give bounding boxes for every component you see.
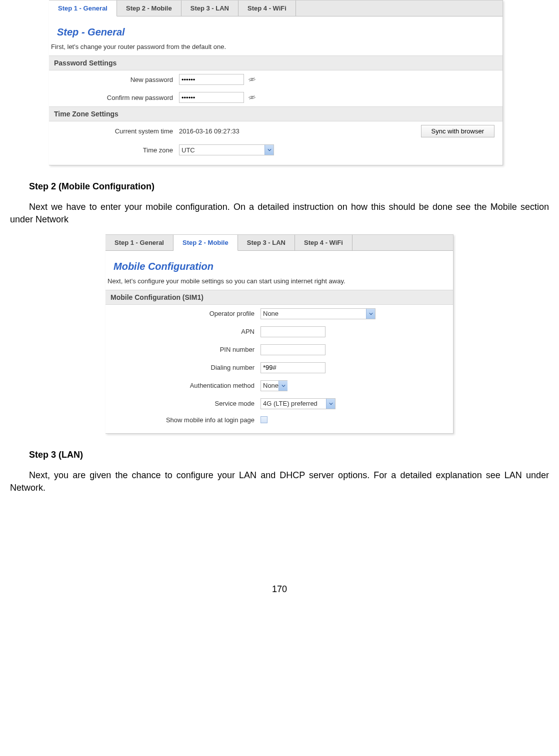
mobile-config-header: Mobile Configuration (SIM1) — [106, 290, 453, 305]
password-settings-header: Password Settings — [49, 55, 502, 70]
operator-profile-label: Operator profile — [110, 310, 260, 317]
show-mobile-info-label: Show mobile info at login page — [110, 416, 260, 424]
apn-input[interactable] — [260, 326, 326, 337]
chevron-down-icon — [264, 145, 274, 155]
timezone-settings-header: Time Zone Settings — [49, 106, 502, 121]
eye-off-icon[interactable] — [248, 76, 256, 82]
new-password-label: New password — [54, 76, 179, 83]
eye-off-icon[interactable] — [248, 94, 256, 100]
wizard-general-panel: Step 1 - General Step 2 - Mobile Step 3 … — [49, 0, 503, 165]
chevron-down-icon — [366, 309, 375, 319]
tab-spacer — [352, 235, 453, 250]
tab-step3-lan[interactable]: Step 3 - LAN — [238, 235, 295, 250]
tab-step1-general[interactable]: Step 1 - General — [106, 235, 174, 250]
step-description: Next, let's configure your mobile settin… — [106, 277, 453, 290]
new-password-input[interactable] — [179, 74, 244, 85]
timezone-select[interactable]: UTC — [179, 144, 274, 155]
system-time-value: 2016-03-16 09:27:33 — [179, 127, 240, 135]
step2-paragraph: Next we have to enter your mobile config… — [10, 201, 549, 226]
auth-method-select[interactable]: None — [260, 380, 288, 391]
wizard-mobile-panel: Step 1 - General Step 2 - Mobile Step 3 … — [106, 234, 454, 434]
confirm-password-label: Confirm new password — [54, 94, 179, 101]
sync-with-browser-button[interactable]: Sync with browser — [421, 125, 494, 137]
tab-step2-mobile[interactable]: Step 2 - Mobile — [117, 0, 182, 16]
service-mode-value: 4G (LTE) preferred — [263, 400, 318, 407]
dialing-number-label: Dialing number — [110, 364, 260, 371]
tab-step3-lan[interactable]: Step 3 - LAN — [182, 0, 238, 16]
apn-label: APN — [110, 328, 260, 335]
tab-step4-wifi[interactable]: Step 4 - WiFi — [295, 235, 352, 250]
tab-step1-general[interactable]: Step 1 - General — [49, 0, 117, 16]
auth-method-value: None — [263, 382, 278, 389]
service-mode-select[interactable]: 4G (LTE) preferred — [260, 398, 336, 409]
timezone-label: Time zone — [54, 146, 179, 154]
timezone-select-value: UTC — [182, 146, 195, 154]
step2-heading: Step 2 (Mobile Configuration) — [29, 180, 549, 193]
step-title: Step - General — [49, 23, 502, 43]
step-title: Mobile Configuration — [106, 258, 453, 277]
step3-heading: Step 3 (LAN) — [29, 449, 549, 461]
tab-spacer — [296, 0, 502, 16]
wizard-tabs: Step 1 - General Step 2 - Mobile Step 3 … — [106, 235, 453, 251]
tab-step4-wifi[interactable]: Step 4 - WiFi — [238, 0, 296, 16]
confirm-password-input[interactable] — [179, 92, 244, 103]
chevron-down-icon — [278, 381, 288, 391]
tab-step2-mobile[interactable]: Step 2 - Mobile — [174, 235, 238, 251]
chevron-down-icon — [326, 399, 335, 409]
show-mobile-info-checkbox[interactable] — [260, 416, 268, 423]
step3-paragraph: Next, you are given the chance to config… — [10, 469, 549, 494]
pin-number-label: PIN number — [110, 346, 260, 353]
wizard-tabs: Step 1 - General Step 2 - Mobile Step 3 … — [49, 0, 502, 16]
pin-number-input[interactable] — [260, 344, 326, 355]
operator-profile-value: None — [263, 310, 278, 317]
page-number: 170 — [10, 584, 549, 595]
service-mode-label: Service mode — [110, 400, 260, 407]
dialing-number-input[interactable] — [260, 362, 326, 373]
step-description: First, let's change your router password… — [49, 43, 502, 55]
system-time-label: Current system time — [54, 127, 179, 135]
auth-method-label: Authentication method — [110, 382, 260, 389]
operator-profile-select[interactable]: None — [260, 308, 376, 319]
